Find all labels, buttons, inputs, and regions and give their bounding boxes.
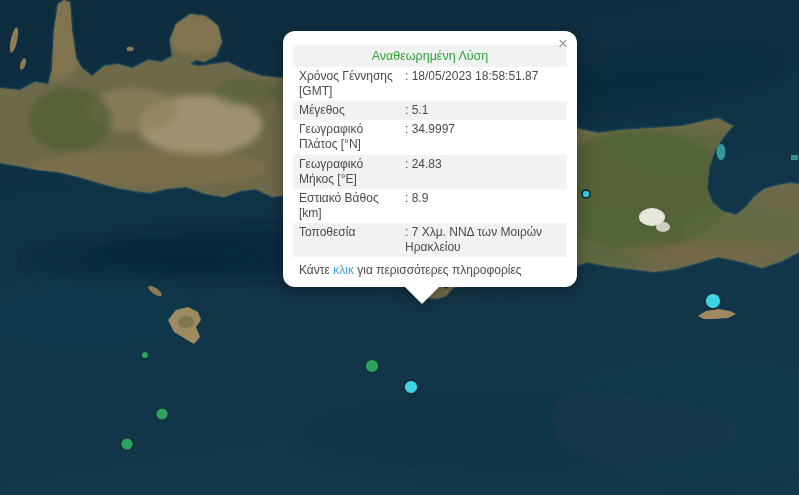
row-value: : 8.9 [405,191,561,221]
table-row: Τοποθεσία : 7 Χλμ. ΝΝΔ των Μοιρών Ηρακλε… [293,223,567,257]
earthquake-dot-recent[interactable] [582,190,590,198]
table-row: Εστιακό Βάθος [km] : 8.9 [293,189,567,223]
lagoon [717,144,726,160]
row-label: Μέγεθος [299,103,405,118]
lagoon-east [791,155,798,160]
row-value: : 18/05/2023 18:58:51.87 [405,69,561,99]
earthquake-dot-recent[interactable] [705,293,721,309]
earthquake-dot-older[interactable] [365,359,379,373]
table-row: Γεωγραφικό Μήκος [°E] : 24.83 [293,155,567,189]
earthquake-popup: × Αναθεωρημένη Λύση Χρόνος Γέννησης [GMT… [283,31,577,287]
row-value: : 7 Χλμ. ΝΝΔ των Μοιρών Ηρακλείου [405,225,561,255]
more-info-text: Κάντε κλικ για περισσότερες πληροφορίες [293,257,567,278]
earthquake-dot-older[interactable] [156,408,169,421]
row-value: : 5.1 [405,103,561,118]
table-row: Γεωγραφικό Πλάτος [°N] : 34.9997 [293,120,567,154]
row-value: : 34.9997 [405,122,561,152]
row-value: : 24.83 [405,157,561,187]
row-label: Εστιακό Βάθος [km] [299,191,405,221]
earthquake-dot-older[interactable] [121,438,134,451]
close-icon[interactable]: × [556,33,570,54]
table-row: Μέγεθος : 5.1 [293,101,567,120]
earthquake-table: Χρόνος Γέννησης [GMT] : 18/05/2023 18:58… [293,67,567,257]
row-label: Γεωγραφικό Μήκος [°E] [299,157,405,187]
footer-suffix: για περισσότερες πληροφορίες [354,263,522,277]
row-label: Χρόνος Γέννησης [GMT] [299,69,405,99]
popup-title: Αναθεωρημένη Λύση [293,45,567,67]
row-label: Τοποθεσία [299,225,405,255]
row-label: Γεωγραφικό Πλάτος [°N] [299,122,405,152]
earthquake-dot-older[interactable] [141,351,149,359]
table-row: Χρόνος Γέννησης [GMT] : 18/05/2023 18:58… [293,67,567,101]
popup-tail [404,286,440,304]
click-link[interactable]: κλικ [333,263,354,277]
earthquake-dot-recent[interactable] [404,380,418,394]
footer-prefix: Κάντε [299,263,333,277]
